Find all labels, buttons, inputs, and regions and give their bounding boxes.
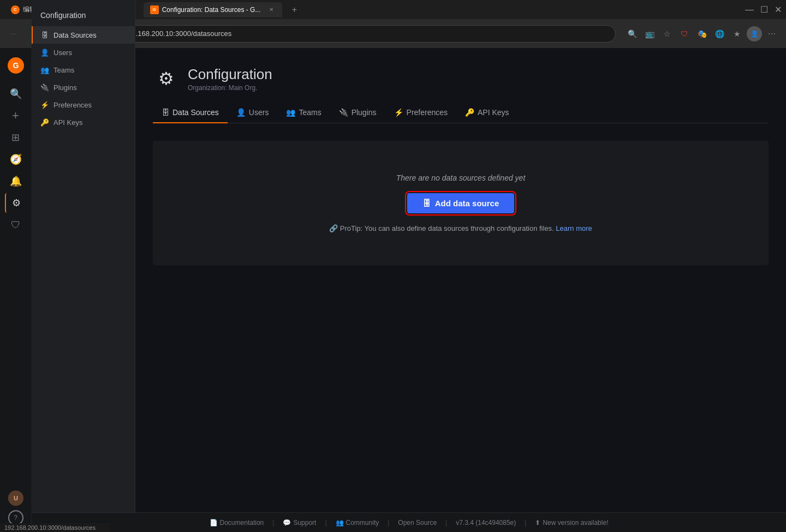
footer-support[interactable]: 💬 Support [283,519,316,527]
tab-favicon-2: G [150,5,159,14]
footer-version: v7.3.4 (14c494085e) [456,519,516,527]
tab-favicon-1: C [11,5,20,14]
plugins-icon: 🔌 [40,83,49,92]
submenu-item-apikeys[interactable]: 🔑 API Keys [32,113,135,131]
add-datasource-button[interactable]: 🗄 Add data source [407,193,515,213]
teams-icon: 👥 [40,65,49,74]
tab-datasources-label: Data Sources [172,108,219,117]
tab-users[interactable]: 👤 Users [228,103,278,123]
sidebar-narrow: G 🔍 + ⊞ 🧭 🔔 ⚙ 🛡 U ? [0,48,32,532]
footer-community[interactable]: 👥 Community [336,519,379,527]
datasources-icon: 🗄 [40,31,49,39]
status-bar: 192.168.200.10:3000/datasources [0,523,109,532]
user-avatar[interactable]: U [8,491,23,506]
content-area: There are no data sources defined yet 🗄 … [135,123,786,283]
config-tabs: 🗄 Data Sources 👤 Users 👥 Teams 🔌 Plugins… [153,92,769,123]
footer: 📄 Documentation | 💬 Support | 👥 Communit… [135,512,786,532]
tab-preferences[interactable]: ⚡ Preferences [385,103,456,123]
tab-plugins-icon: 🔌 [339,108,348,117]
tab-preferences-label: Preferences [407,108,448,117]
svg-text:U: U [14,495,18,501]
tab-users-label: Users [249,108,269,117]
submenu-apikeys-label: API Keys [53,118,82,127]
tab-datasources[interactable]: 🗄 Data Sources [153,103,228,123]
menu-icon[interactable]: ⋯ [764,26,779,41]
tab-teams-label: Teams [299,108,321,117]
submenu-teams-label: Teams [53,66,74,74]
close-button[interactable]: ✕ [775,4,782,15]
color-icon[interactable]: 🌐 [712,26,727,41]
cast-icon[interactable]: 📺 [642,26,657,41]
submenu-item-users[interactable]: 👤 Users [32,44,135,61]
submenu-users-label: Users [53,49,72,57]
community-label: Community [346,519,379,527]
sidebar-item-shield[interactable]: 🛡 [5,215,27,235]
submenu-preferences-label: Preferences [53,101,92,109]
empty-state: There are no data sources defined yet 🗄 … [153,141,769,265]
bookmark-icon[interactable]: ☆ [659,26,675,41]
community-icon: 👥 [336,519,344,527]
learn-more-link[interactable]: Learn more [556,224,592,232]
back-button[interactable]: ← [7,26,22,41]
tab-datasources-icon: 🗄 [162,108,169,117]
sidebar-item-create[interactable]: + [5,106,27,125]
documentation-icon: 📄 [210,519,218,527]
sidebar-item-configuration[interactable]: ⚙ [5,193,27,213]
tab-teams[interactable]: 👥 Teams [277,103,330,123]
submenu-datasources-label: Data Sources [53,31,97,39]
new-version-label: New version available! [543,519,608,527]
protip-icon: 🔗 [329,224,338,232]
sidebar-item-explore[interactable]: 🧭 [5,150,27,169]
tab-title-2: Configuration: Data Sources - G... [162,6,261,14]
submenu-item-preferences[interactable]: ⚡ Preferences [32,96,135,113]
submenu-item-teams[interactable]: 👥 Teams [32,61,135,79]
footer-new-version[interactable]: ⬆ New version available! [535,519,608,527]
config-submenu: Configuration 🗄 Data Sources 👤 Users 👥 T… [32,0,135,532]
profile-icon[interactable]: 👤 [747,26,762,41]
footer-opensource[interactable]: Open Source [398,519,437,527]
version-label: v7.3.4 (14c494085e) [456,519,516,527]
tab-apikeys[interactable]: 🔑 API Keys [456,103,518,123]
tab-teams-icon: 👥 [286,108,295,117]
grafana-logo-svg: G [7,57,25,74]
preferences-icon: ⚡ [40,100,49,109]
apikeys-icon: 🔑 [40,118,49,127]
browser-tab-2[interactable]: G Configuration: Data Sources - G... ✕ [144,2,283,17]
protip: 🔗 ProTip: You can also define data sourc… [329,224,592,232]
svg-text:G: G [13,61,19,70]
favorites-icon[interactable]: ★ [729,26,745,41]
main-content: ⚙ Configuration Organization: Main Org. … [135,48,786,532]
tab-close-2[interactable]: ✕ [267,5,276,14]
submenu-item-plugins[interactable]: 🔌 Plugins [32,79,135,96]
sidebar-item-dashboards[interactable]: ⊞ [5,128,27,147]
config-title-block: Configuration Organization: Main Org. [188,66,272,92]
shield-icon[interactable]: 🛡 [677,26,692,41]
config-submenu-title: Configuration [32,7,135,26]
window-controls: — ☐ ✕ [743,4,782,15]
url-bar[interactable]: ⚠ 不安全 | 192.168.200.10:3000/datasources [85,25,616,43]
opensource-label: Open Source [398,519,437,527]
tab-apikeys-label: API Keys [478,108,509,117]
submenu-item-datasources[interactable]: 🗄 Data Sources [32,26,135,44]
tab-plugins[interactable]: 🔌 Plugins [330,103,385,123]
submenu-plugins-label: Plugins [53,83,77,92]
minimize-button[interactable]: — [745,5,754,15]
add-datasource-icon: 🗄 [422,199,431,208]
documentation-label: Documentation [220,519,264,527]
config-gear-icon: ⚙ [153,65,179,92]
sidebar-item-search[interactable]: 🔍 [5,84,27,104]
grafana-logo[interactable]: G [7,57,25,74]
search-icon[interactable]: 🔍 [624,26,640,41]
extension-icon[interactable]: 🎭 [694,26,710,41]
config-header: ⚙ Configuration Organization: Main Org. [135,48,786,92]
support-icon: 💬 [283,519,291,527]
tab-plugins-label: Plugins [352,108,377,117]
maximize-button[interactable]: ☐ [760,4,768,15]
new-version-icon: ⬆ [535,519,540,527]
url-text: 192.168.200.10:3000/datasources [124,29,231,38]
sidebar-item-alerting[interactable]: 🔔 [5,171,27,191]
new-tab-button[interactable]: + [287,2,302,17]
config-page-subtitle: Organization: Main Org. [188,84,272,92]
footer-documentation[interactable]: 📄 Documentation [210,519,264,527]
tab-preferences-icon: ⚡ [394,108,403,117]
